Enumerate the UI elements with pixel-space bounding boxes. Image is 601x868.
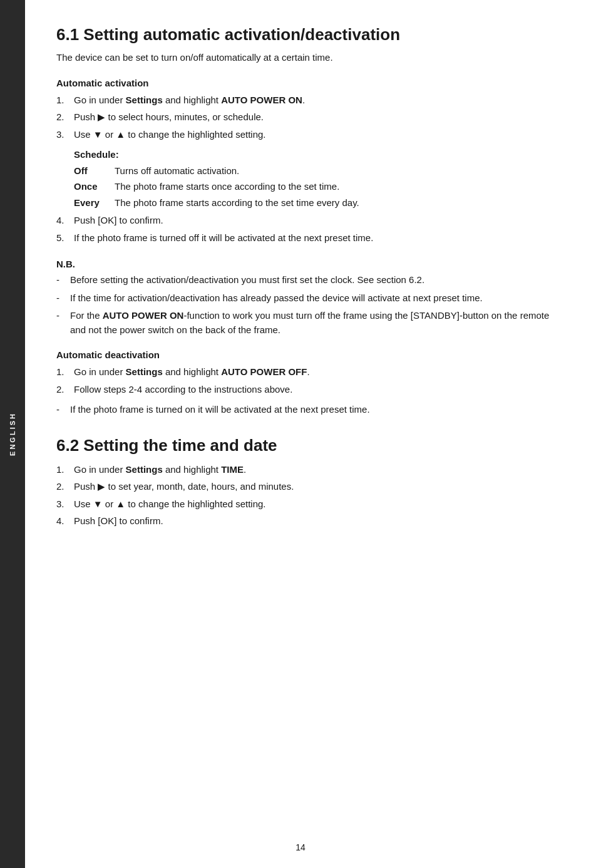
section-61-title: 6.1 Setting automatic activation/deactiv… bbox=[56, 25, 567, 44]
step-5-num: 5. bbox=[56, 231, 74, 245]
s62-step-3-text: Use ▼ or ▲ to change the highlighted set… bbox=[74, 497, 266, 512]
deact-step-1-bold2: AUTO POWER OFF bbox=[221, 366, 307, 377]
deact-step-1-num: 1. bbox=[56, 365, 74, 380]
deact-step-2-num: 2. bbox=[56, 383, 74, 397]
nb-bullet-3-text: For the AUTO POWER ON-function to work y… bbox=[70, 309, 567, 337]
schedule-heading: Schedule: bbox=[74, 148, 119, 162]
s62-step-1: 1. Go in under Settings and highlight TI… bbox=[56, 463, 567, 477]
activation-steps-1-3: 1. Go in under Settings and highlight AU… bbox=[56, 93, 567, 142]
step-1-num: 1. bbox=[56, 93, 74, 108]
deact-step-2-text: Follow steps 2-4 according to the instru… bbox=[74, 383, 292, 397]
step-4: 4. Push [OK] to confirm. bbox=[56, 214, 567, 228]
s62-step-4: 4. Push [OK] to confirm. bbox=[56, 514, 567, 529]
deact-bullet-1-text: If the photo frame is turned on it will … bbox=[70, 403, 567, 417]
deact-step-1: 1. Go in under Settings and highlight AU… bbox=[56, 365, 567, 380]
nb-bullet-1: - Before setting the activation/deactiva… bbox=[56, 273, 567, 287]
s62-step-1-bold2: TIME bbox=[221, 464, 244, 475]
schedule-every-row: Every The photo frame starts according t… bbox=[74, 196, 567, 210]
schedule-off-key: Off bbox=[74, 164, 115, 178]
nb-bullet-2: - If the time for activation/deactivatio… bbox=[56, 291, 567, 306]
content-area: 6.1 Setting automatic activation/deactiv… bbox=[25, 0, 601, 868]
schedule-once-val: The photo frame starts once according to… bbox=[115, 180, 567, 194]
step-2-text: Push ▶ to select hours, minutes, or sche… bbox=[74, 110, 264, 125]
step-3: 3. Use ▼ or ▲ to change the highlighted … bbox=[56, 128, 567, 142]
step-2: 2. Push ▶ to select hours, minutes, or s… bbox=[56, 110, 567, 125]
nb-bullet-1-text: Before setting the activation/deactivati… bbox=[70, 273, 567, 287]
sidebar-label: ENGLISH bbox=[9, 412, 16, 456]
schedule-table: Schedule: Off Turns off automatic activa… bbox=[74, 148, 567, 210]
step-1: 1. Go in under Settings and highlight AU… bbox=[56, 93, 567, 108]
deact-bullet-1-dash: - bbox=[56, 403, 70, 417]
deact-step-1-text: Go in under Settings and highlight AUTO … bbox=[74, 365, 310, 380]
deact-step-1-bold1: Settings bbox=[126, 366, 163, 377]
page-number: 14 bbox=[295, 842, 306, 852]
nb-section: N.B. - Before setting the activation/dea… bbox=[56, 259, 567, 337]
section-62-title: 6.2 Setting the time and date bbox=[56, 436, 567, 455]
s62-step-4-num: 4. bbox=[56, 514, 74, 529]
nb-bullet-3: - For the AUTO POWER ON-function to work… bbox=[56, 309, 567, 337]
step-4-text: Push [OK] to confirm. bbox=[74, 214, 163, 228]
deact-bullet-1: - If the photo frame is turned on it wil… bbox=[56, 403, 567, 417]
nb-bullet-1-dash: - bbox=[56, 273, 70, 287]
step-3-num: 3. bbox=[56, 128, 74, 142]
schedule-once-key: Once bbox=[74, 180, 115, 194]
nb-bullet-3-dash: - bbox=[56, 309, 70, 337]
s62-step-2: 2. Push ▶ to set year, month, date, hour… bbox=[56, 480, 567, 494]
step-3-text: Use ▼ or ▲ to change the highlighted set… bbox=[74, 128, 266, 142]
s62-step-3-num: 3. bbox=[56, 497, 74, 512]
s62-step-1-num: 1. bbox=[56, 463, 74, 477]
schedule-once-row: Once The photo frame starts once accordi… bbox=[74, 180, 567, 194]
s62-step-1-bold1: Settings bbox=[126, 464, 163, 475]
step-5-text: If the photo frame is turned off it will… bbox=[74, 231, 373, 245]
s62-step-2-num: 2. bbox=[56, 480, 74, 494]
s62-step-2-text: Push ▶ to set year, month, date, hours, … bbox=[74, 480, 294, 494]
schedule-every-key: Every bbox=[74, 196, 115, 210]
step-5: 5. If the photo frame is turned off it w… bbox=[56, 231, 567, 245]
schedule-off-row: Off Turns off automatic activation. bbox=[74, 164, 567, 178]
s62-step-3: 3. Use ▼ or ▲ to change the highlighted … bbox=[56, 497, 567, 512]
nb-bullet-2-dash: - bbox=[56, 291, 70, 306]
deactivation-bullets: - If the photo frame is turned on it wil… bbox=[56, 403, 567, 417]
nb-title: N.B. bbox=[56, 259, 567, 269]
auto-activation-heading: Automatic activation bbox=[56, 78, 567, 88]
deactivation-steps: 1. Go in under Settings and highlight AU… bbox=[56, 365, 567, 396]
s62-step-1-text: Go in under Settings and highlight TIME. bbox=[74, 463, 246, 477]
step-1-bold1: Settings bbox=[126, 95, 163, 105]
nb-bullet-3-bold: AUTO POWER ON bbox=[103, 310, 184, 321]
step-1-text: Go in under Settings and highlight AUTO … bbox=[74, 93, 305, 108]
section-62-steps: 1. Go in under Settings and highlight TI… bbox=[56, 463, 567, 529]
auto-deactivation-heading: Automatic deactivation bbox=[56, 349, 567, 360]
step-1-bold2: AUTO POWER ON bbox=[221, 95, 302, 105]
step-2-num: 2. bbox=[56, 110, 74, 125]
s62-step-4-text: Push [OK] to confirm. bbox=[74, 514, 163, 529]
schedule-off-val: Turns off automatic activation. bbox=[115, 164, 567, 178]
nb-bullet-2-text: If the time for activation/deactivation … bbox=[70, 291, 567, 306]
section-61-intro: The device can be set to turn on/off aut… bbox=[56, 51, 567, 65]
schedule-every-val: The photo frame starts according to the … bbox=[115, 196, 567, 210]
nb-bullets: - Before setting the activation/deactiva… bbox=[56, 273, 567, 337]
schedule-label-row: Schedule: bbox=[74, 148, 567, 162]
activation-steps-4-5: 4. Push [OK] to confirm. 5. If the photo… bbox=[56, 214, 567, 245]
deact-step-2: 2. Follow steps 2-4 according to the ins… bbox=[56, 383, 567, 397]
step-4-num: 4. bbox=[56, 214, 74, 228]
sidebar: ENGLISH bbox=[0, 0, 25, 868]
page-container: ENGLISH 6.1 Setting automatic activation… bbox=[0, 0, 601, 868]
